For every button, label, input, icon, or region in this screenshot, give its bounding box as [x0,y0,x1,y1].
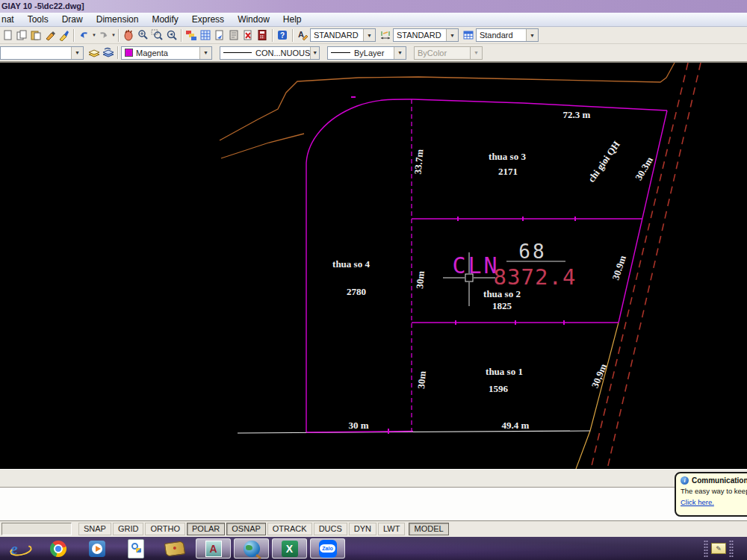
parcel2-name[interactable]: thua so 2 [483,288,521,299]
menu-format[interactable]: nat [0,14,21,25]
communication-center-balloon[interactable]: i Communication The easy way to keep Cli… [675,472,747,517]
paste-icon[interactable] [28,28,43,43]
layout-strip [0,469,747,488]
layer-properties-icon[interactable] [185,28,199,43]
brush-icon[interactable] [57,28,71,43]
dim-label-72-3[interactable]: 72.3 m [563,109,591,120]
text-style-icon[interactable]: A [296,28,310,43]
otrack-toggle[interactable]: OTRACK [267,523,312,535]
table-style-icon[interactable] [462,28,476,43]
menu-draw[interactable]: Draw [55,14,90,25]
chevron-down-icon[interactable]: ▼ [310,47,319,59]
make-layer-current-icon[interactable] [87,46,101,60]
parcel-boundary-bottom[interactable] [238,431,590,433]
polar-toggle[interactable]: POLAR [187,523,225,535]
layer-states-icon[interactable] [199,28,213,43]
lwt-toggle[interactable]: LWT [378,523,405,535]
lineweight-select[interactable]: ByLayer ▼ [327,46,406,60]
parcel3-area[interactable]: 2171 [498,166,518,177]
zalo-taskbar-button[interactable]: Zalo [310,538,345,559]
layer-select[interactable]: ▼ [0,46,84,60]
snap-toggle[interactable]: SNAP [78,523,111,535]
zoom-realtime-icon[interactable] [136,28,150,43]
command-line-window[interactable] [0,488,747,521]
dim-label-30m-mid[interactable]: 30m [414,270,427,289]
web-search-taskbar-button[interactable] [234,538,269,559]
help-icon[interactable]: ? [276,28,290,43]
parcel2-area[interactable]: 1825 [492,300,512,311]
chevron-down-icon[interactable]: ▼ [71,47,83,59]
parcel1-area[interactable]: 1596 [489,383,509,394]
menu-modify[interactable]: Modify [145,14,185,25]
ortho-toggle[interactable]: ORTHO [145,523,185,535]
color-select[interactable]: Magenta ▼ [121,46,212,60]
chevron-down-icon[interactable]: ▼ [199,47,211,59]
chevron-down-icon[interactable]: ▼ [363,29,375,41]
parcel1-name[interactable]: thua so 1 [486,366,523,377]
menu-window[interactable]: Window [231,14,276,25]
menu-dimension[interactable]: Dimension [90,14,146,25]
grid-toggle[interactable]: GRID [113,523,144,535]
calculator-icon[interactable] [255,28,270,43]
markup-sheet-icon[interactable] [227,28,241,43]
land-type-label[interactable]: CLN [452,252,499,279]
lot-area-label[interactable]: 8372.4 [494,264,577,290]
layer-previous-icon[interactable] [101,46,115,60]
sheet-set-icon[interactable] [213,28,227,43]
tablet-input-tray-icon[interactable]: ✎ [711,543,726,554]
undo-icon[interactable] [77,28,91,43]
dim-style-icon[interactable] [379,28,393,43]
dim-style-select[interactable]: STANDARD ▼ [393,28,459,42]
title-bar[interactable]: GIAY 10 -5\dc22.dwg] [0,0,747,13]
parcel4-area[interactable]: 2780 [347,286,366,297]
road-dashed-line-1[interactable] [591,63,688,469]
road-edge-top-upper[interactable] [220,63,675,140]
osnap-toggle[interactable]: OSNAP [226,523,266,535]
dyn-toggle[interactable]: DYN [349,523,376,535]
media-player-icon[interactable] [86,538,108,559]
dim-label-49-4[interactable]: 49.4 m [502,420,530,431]
zoom-window-icon[interactable] [150,28,164,43]
chevron-down-icon[interactable]: ▼ [526,29,538,41]
table-style-select[interactable]: Standard ▼ [476,28,539,42]
zoom-previous-icon[interactable] [164,28,179,43]
dim-label-30-9-low[interactable]: 30,9m [589,362,610,390]
model-toggle[interactable]: MODEL [409,523,448,535]
parcel4-name[interactable]: thua so 4 [332,258,370,270]
lot-number-label[interactable]: 68 [518,240,546,263]
parcel-boundary-right-upper[interactable] [619,111,667,323]
match-properties-icon[interactable] [43,28,57,43]
dim-label-33-7[interactable]: 33.7m [412,149,426,175]
lineweight-value: ByLayer [354,49,384,57]
internet-explorer-icon[interactable]: e [8,538,31,559]
dim-label-30-9-mid[interactable]: 30.9m [610,254,628,281]
chevron-down-icon[interactable]: ▼ [446,29,458,41]
markup-x-icon[interactable] [241,28,255,43]
excel-taskbar-button[interactable]: X [272,538,307,559]
redo-dropdown-icon[interactable]: ▼ [111,33,116,37]
boundary-note-label[interactable]: chi gioi QH [586,139,622,184]
dim-label-30-bottom[interactable]: 30 m [348,420,368,431]
autocad-taskbar-button[interactable]: A [196,538,231,559]
text-style-select[interactable]: STANDARD ▼ [310,28,376,42]
new-icon[interactable] [0,28,14,43]
redo-icon[interactable] [96,28,111,43]
menu-tools[interactable]: Tools [21,14,55,25]
copy-icon[interactable] [14,28,28,43]
parcel3-name[interactable]: thua so 3 [489,151,526,162]
chevron-down-icon[interactable]: ▼ [394,47,406,59]
linetype-select[interactable]: CON...NUOUS ▼ [220,46,320,60]
dim-label-30m-low[interactable]: 30m [415,370,428,389]
toolbar-separator [117,46,119,59]
ducs-toggle[interactable]: DUCS [314,523,347,535]
balloon-click-here-link[interactable]: Click here. [681,498,747,506]
pan-icon[interactable] [122,28,136,43]
chrome-icon[interactable] [47,538,69,559]
road-edge-top-lower[interactable] [221,134,304,158]
search-app-icon[interactable] [125,538,147,559]
lineweight-sample [331,52,350,53]
menu-express[interactable]: Express [185,14,231,25]
drawing-canvas[interactable]: 72.3 m 33.7m thua so 3 2171 chi gioi QH … [0,63,747,469]
map-viewer-icon[interactable] [164,538,186,559]
menu-help[interactable]: Help [276,14,309,25]
